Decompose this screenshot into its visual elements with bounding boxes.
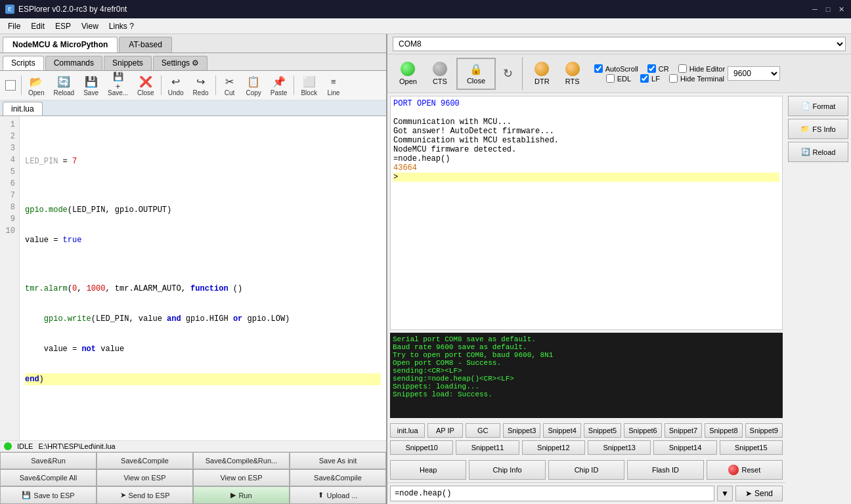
edl-checkbox[interactable] bbox=[606, 74, 615, 83]
close-file-button[interactable]: ❌ Close bbox=[133, 73, 158, 98]
heap-value: 43664 bbox=[393, 163, 417, 173]
minimize-button[interactable]: ─ bbox=[810, 5, 819, 14]
dtr-button[interactable]: DTR bbox=[528, 59, 556, 88]
cut-button[interactable]: ✂ Cut bbox=[219, 73, 241, 98]
send-button[interactable]: ➤ Send bbox=[735, 486, 783, 501]
redo-button[interactable]: ↪ Redo bbox=[189, 73, 213, 98]
tab-nodemcu[interactable]: NodeMCU & MicroPython bbox=[3, 37, 118, 52]
save-as-button[interactable]: 💾+ Save... bbox=[104, 73, 132, 98]
paste-button[interactable]: 📌 Paste bbox=[267, 73, 292, 98]
refresh-button[interactable]: ↻ bbox=[498, 64, 517, 83]
send-to-esp-button[interactable]: ➤ Send to ESP bbox=[97, 486, 193, 504]
cts-button[interactable]: CTS bbox=[426, 59, 454, 88]
tab-settings[interactable]: Settings ⚙ bbox=[153, 56, 208, 70]
chip-id-button[interactable]: Chip ID bbox=[548, 460, 624, 480]
send-dropdown[interactable]: ▼ bbox=[717, 486, 733, 501]
snippet-3[interactable]: Snippet3 bbox=[503, 423, 540, 438]
snippet-init[interactable]: init.lua bbox=[390, 423, 425, 438]
hide-editor-checkbox[interactable] bbox=[678, 64, 687, 73]
code-line-9: value = not value bbox=[25, 343, 381, 355]
tab-scripts[interactable]: Scripts bbox=[3, 56, 44, 70]
select-all-checkbox[interactable] bbox=[5, 80, 16, 91]
flash-id-button[interactable]: Flash ID bbox=[627, 460, 703, 480]
tab-commands[interactable]: Commands bbox=[45, 56, 102, 70]
snippet-13[interactable]: Snippet13 bbox=[588, 440, 651, 455]
format-button[interactable]: 📄 Format bbox=[788, 96, 848, 116]
snippet-ap-ip[interactable]: AP IP bbox=[427, 423, 462, 438]
copy-button[interactable]: 📋 Copy bbox=[242, 73, 265, 98]
cr-label: CR bbox=[659, 65, 669, 73]
send-input[interactable] bbox=[390, 486, 714, 501]
save-compile-2-button[interactable]: Save&Compile bbox=[290, 469, 386, 486]
cr-checkbox[interactable] bbox=[647, 64, 656, 73]
snippet-6[interactable]: Snippet6 bbox=[624, 423, 661, 438]
open-button[interactable]: Open bbox=[393, 59, 424, 88]
sub-tab-bar: Scripts Commands Snippets Settings ⚙ bbox=[0, 53, 386, 71]
fs-info-button[interactable]: 📁 FS Info bbox=[788, 119, 848, 139]
block-button[interactable]: ⬜ Block bbox=[297, 73, 320, 98]
terminal-line-6: NodeMCU firmware detected. bbox=[393, 145, 779, 154]
run-button[interactable]: ▶ Run bbox=[193, 486, 290, 504]
save-as-init-button[interactable]: Save As init bbox=[290, 452, 386, 469]
edl-label: EDL bbox=[617, 75, 631, 83]
rts-icon bbox=[565, 62, 580, 76]
baud-rate-select[interactable]: 9600 19200 38400 57600 115200 bbox=[728, 66, 780, 81]
menu-view[interactable]: View bbox=[76, 20, 104, 32]
snippet-4[interactable]: Snippet4 bbox=[543, 423, 580, 438]
open-label: Open bbox=[399, 77, 417, 85]
snippet-5[interactable]: Snippet5 bbox=[584, 423, 621, 438]
terminal-line-3: Communication with MCU... bbox=[393, 117, 779, 127]
save-compile-all-button[interactable]: Save&Compile All bbox=[0, 469, 97, 486]
menu-esp[interactable]: ESP bbox=[50, 20, 76, 32]
reset-icon bbox=[728, 465, 739, 475]
log-line-4: Open port COM8 - Success. bbox=[393, 359, 780, 367]
snippet-14[interactable]: Snippet14 bbox=[653, 440, 716, 455]
view-on-esp-2-button[interactable]: View on ESP bbox=[193, 469, 290, 486]
terminal-area[interactable]: PORT OPEN 9600 Communication with MCU...… bbox=[390, 96, 783, 330]
reload-button[interactable]: 🔄 Reload bbox=[49, 73, 78, 98]
snippet-gc[interactable]: GC bbox=[466, 423, 500, 438]
file-tab-bar: init.lua bbox=[0, 100, 386, 116]
snippet-10[interactable]: Snippet10 bbox=[390, 440, 453, 455]
snippet-7[interactable]: Snippet7 bbox=[665, 423, 702, 438]
close-button[interactable]: ✕ bbox=[837, 5, 846, 14]
code-content[interactable]: LED_PIN = 7 gpio.mode(LED_PIN, gpio.OUTP… bbox=[20, 116, 386, 440]
upload-button[interactable]: ⬆ Upload ... bbox=[290, 486, 386, 504]
rts-button[interactable]: RTS bbox=[559, 59, 586, 88]
tab-at-based[interactable]: AT-based bbox=[119, 37, 171, 52]
save-to-esp-button[interactable]: 💾 Save to ESP bbox=[0, 486, 97, 504]
save-compile-button[interactable]: Save&Compile bbox=[97, 452, 193, 469]
autoscroll-label: AutoScroll bbox=[605, 65, 638, 73]
snippet-11[interactable]: Snippet11 bbox=[456, 440, 519, 455]
menu-edit[interactable]: Edit bbox=[26, 20, 50, 32]
lf-checkbox[interactable] bbox=[640, 74, 649, 83]
save-run-button[interactable]: Save&Run bbox=[0, 452, 97, 469]
maximize-button[interactable]: □ bbox=[823, 5, 833, 14]
snippet-15[interactable]: Snippet15 bbox=[720, 440, 783, 455]
snippet-12[interactable]: Snippet12 bbox=[522, 440, 585, 455]
com-port-select[interactable]: COM8 bbox=[393, 37, 846, 51]
snippet-9[interactable]: Snippet9 bbox=[745, 423, 783, 438]
chip-info-button[interactable]: Chip Info bbox=[469, 460, 545, 480]
hide-terminal-checkbox[interactable] bbox=[669, 74, 678, 83]
snippet-8[interactable]: Snippet8 bbox=[705, 423, 742, 438]
reset-button[interactable]: Reset bbox=[707, 460, 783, 480]
file-tab-init[interactable]: init.lua bbox=[3, 102, 43, 116]
undo-button[interactable]: ↩ Undo bbox=[164, 73, 188, 98]
view-on-esp-1-button[interactable]: View on ESP bbox=[97, 469, 193, 486]
menu-file[interactable]: File bbox=[3, 20, 26, 32]
lf-label: LF bbox=[651, 75, 660, 83]
close-button[interactable]: 🔒 Close bbox=[456, 58, 496, 90]
reload-esp-button[interactable]: 🔄 Reload bbox=[788, 142, 848, 162]
menu-links[interactable]: Links ? bbox=[104, 20, 139, 32]
terminal-prompt-line: > bbox=[393, 173, 779, 182]
line-button[interactable]: ≡ Line bbox=[322, 73, 345, 98]
autoscroll-checkbox[interactable] bbox=[594, 64, 603, 73]
dtr-icon bbox=[535, 62, 549, 76]
tab-snippets[interactable]: Snippets bbox=[104, 56, 152, 70]
save-compile-run-button[interactable]: Save&Compile&Run... bbox=[193, 452, 290, 469]
heap-button[interactable]: Heap bbox=[390, 460, 466, 480]
open-button[interactable]: 📂 Open bbox=[24, 73, 48, 98]
code-editor[interactable]: 1 2 3 4 5 6 7 8 9 10 LED_PIN = 7 gpio.mo… bbox=[0, 116, 386, 440]
save-button[interactable]: 💾 Save bbox=[79, 73, 102, 98]
